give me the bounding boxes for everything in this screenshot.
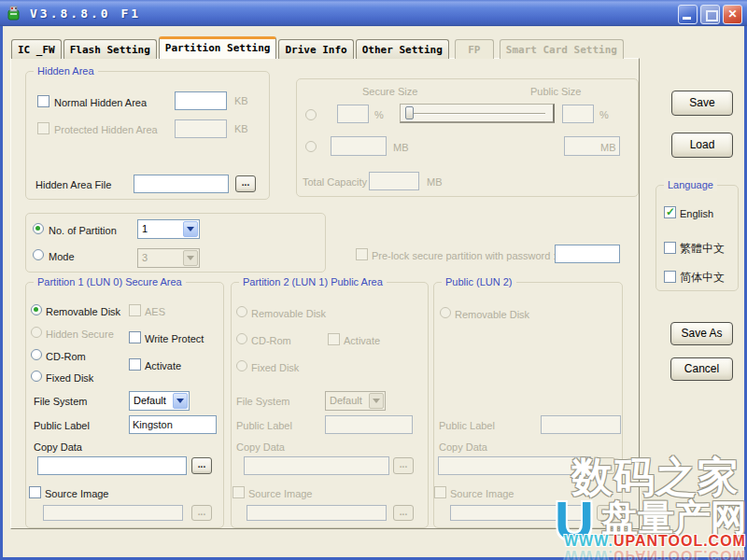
hidden-area-file-input[interactable] <box>134 175 229 193</box>
p1-source-image-checkbox[interactable] <box>29 486 41 498</box>
public-lun2-group-title: Public (LUN 2) <box>442 275 516 288</box>
language-group-title: Language <box>664 178 717 191</box>
p1-copy-data-label: Copy Data <box>34 441 82 454</box>
p2-source-image-browse-button: ... <box>393 505 414 521</box>
lun2-public-label-label: Public Label <box>439 419 495 432</box>
p1-aes-label: AES <box>145 305 165 318</box>
mode-select: 3 <box>137 248 200 268</box>
p2-removable-disk-label: Removable Disk <box>251 307 326 320</box>
partition-count-value: 1 <box>142 223 148 234</box>
slider-thumb <box>405 106 414 119</box>
p2-copy-data-label: Copy Data <box>236 441 285 454</box>
tab-partition-setting[interactable]: Partition Setting <box>159 36 277 59</box>
p1-public-label-label: Public Label <box>34 419 90 432</box>
p1-aes-checkbox <box>129 304 141 316</box>
lun2-copy-data-input <box>438 456 591 475</box>
p2-cdrom-label: CD-Rom <box>251 334 291 347</box>
protected-hidden-area-size-input <box>175 119 227 138</box>
size-slider <box>400 104 555 123</box>
normal-hidden-area-checkbox[interactable] <box>37 95 49 107</box>
tab-ic-fw[interactable]: IC _FW <box>11 39 62 59</box>
language-simplified-label: 简体中文 <box>680 271 725 284</box>
partition-count-radio[interactable] <box>33 223 44 234</box>
partition-count-select[interactable]: 1 <box>137 219 200 239</box>
p1-removable-disk-radio[interactable] <box>31 304 42 315</box>
language-english-checkbox[interactable] <box>664 206 676 218</box>
app-icon <box>7 5 22 21</box>
titlebar: V3.8.8.0 F1 <box>0 0 747 26</box>
mode-radio[interactable] <box>33 249 44 260</box>
save-as-button[interactable]: Save As <box>670 322 733 345</box>
total-capacity-unit: MB <box>427 175 443 189</box>
size-mb-radio <box>305 141 317 152</box>
app-window: V3.8.8.0 F1 IC _FW Flash Setting Partiti… <box>0 0 747 560</box>
partition-count-label: No. of Partition <box>49 224 117 237</box>
hidden-area-file-browse-button[interactable]: ... <box>235 175 256 192</box>
language-traditional-checkbox[interactable] <box>664 242 676 254</box>
prelock-password-input[interactable] <box>555 245 620 263</box>
normal-hidden-area-unit: KB <box>234 94 248 107</box>
p1-activate-label: Activate <box>145 359 181 372</box>
p1-source-image-label: Source Image <box>45 487 108 500</box>
p2-activate-label: Activate <box>344 334 380 347</box>
prelock-label: Pre-lock secure partition with password … <box>372 249 556 262</box>
public-size-title: Public Size <box>530 85 581 98</box>
p2-copy-data-input <box>244 456 389 475</box>
p1-file-system-label: File System <box>34 395 87 408</box>
lun2-source-image-checkbox <box>434 486 446 498</box>
mode-label: Mode <box>49 250 75 263</box>
partition1-group-title: Partition 1 (LUN 0) Secure Area <box>34 275 186 288</box>
tab-bar: IC _FW Flash Setting Partition Setting D… <box>11 36 626 59</box>
lun2-removable-disk-radio <box>440 307 451 318</box>
lun2-public-label-input <box>541 415 621 434</box>
save-button[interactable]: Save <box>671 91 733 116</box>
total-capacity-input <box>369 172 419 190</box>
tab-flash-setting[interactable]: Flash Setting <box>63 39 157 59</box>
lun2-source-image-label: Source Image <box>450 487 514 500</box>
p1-file-system-select[interactable]: Default <box>129 391 190 411</box>
normal-hidden-area-size-input[interactable] <box>175 91 227 110</box>
protected-hidden-area-unit: KB <box>234 122 248 135</box>
protected-hidden-area-checkbox <box>37 122 49 134</box>
maximize-button <box>700 5 720 24</box>
tab-fp: FP <box>455 39 494 59</box>
chevron-down-icon <box>183 221 198 237</box>
tab-drive-info[interactable]: Drive Info <box>278 39 353 59</box>
p1-write-protect-label: Write Protect <box>145 332 204 345</box>
lun2-removable-disk-label: Removable Disk <box>455 308 529 321</box>
chevron-down-icon <box>173 393 188 409</box>
p1-public-label-input[interactable] <box>129 415 217 434</box>
p1-write-protect-checkbox[interactable] <box>129 331 141 343</box>
p2-cdrom-radio <box>236 333 247 344</box>
prelock-checkbox <box>356 248 368 260</box>
normal-hidden-area-label: Normal Hidden Area <box>54 96 147 109</box>
close-button[interactable] <box>723 5 742 24</box>
total-capacity-label: Total Capacity <box>303 175 367 189</box>
chevron-down-icon <box>369 393 384 409</box>
secure-size-title: Secure Size <box>362 85 417 98</box>
secure-percent-unit: % <box>374 108 384 121</box>
p2-copy-data-browse-button: ... <box>393 457 414 474</box>
load-button[interactable]: Load <box>671 133 733 158</box>
p2-file-system-label: File System <box>236 395 289 408</box>
p2-source-image-checkbox <box>233 486 245 498</box>
p1-cdrom-radio[interactable] <box>31 349 42 360</box>
p1-copy-data-browse-button[interactable]: ... <box>191 457 212 474</box>
p1-fixed-disk-radio[interactable] <box>31 371 42 382</box>
minimize-button[interactable] <box>678 5 698 24</box>
lun2-source-image-input <box>450 505 585 521</box>
p1-hidden-secure-radio <box>31 327 42 338</box>
slider-track <box>408 113 545 115</box>
language-english-label: English <box>680 207 713 220</box>
p2-file-system-select: Default <box>325 391 386 411</box>
p1-copy-data-input[interactable] <box>37 456 187 475</box>
partition2-group-title: Partition 2 (LUN 1) Public Area <box>239 275 387 288</box>
language-simplified-checkbox[interactable] <box>664 271 676 283</box>
window-title: V3.8.8.0 F1 <box>30 7 141 21</box>
tab-other-setting[interactable]: Other Setting <box>356 39 449 59</box>
p2-fixed-disk-radio <box>236 360 247 371</box>
p2-source-image-input <box>247 505 387 521</box>
p2-removable-disk-radio <box>236 306 247 317</box>
p1-activate-checkbox[interactable] <box>129 358 141 371</box>
cancel-button[interactable]: Cancel <box>670 357 733 381</box>
